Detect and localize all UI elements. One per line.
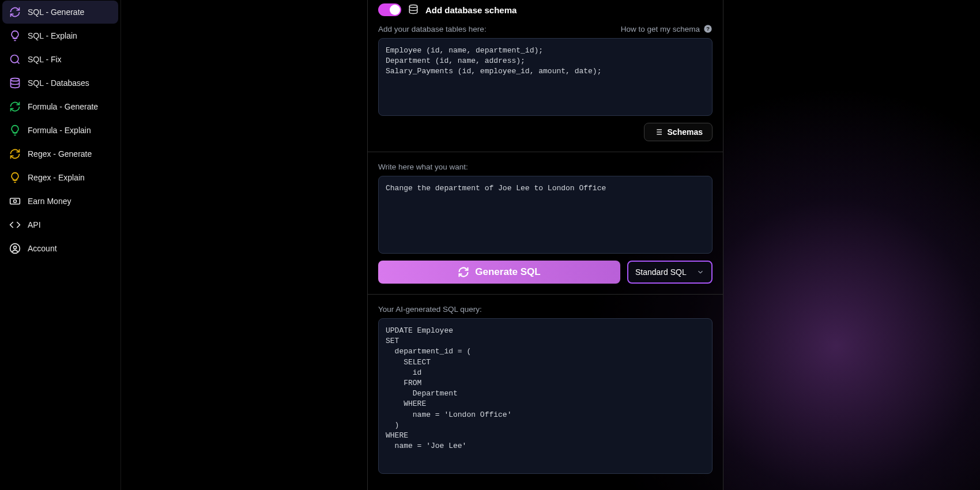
svg-line-1	[17, 62, 20, 64]
tables-label: Add your database tables here:	[378, 25, 487, 33]
output-box[interactable]: UPDATE Employee SET department_id = ( SE…	[378, 318, 713, 474]
list-icon	[654, 127, 663, 137]
schemas-button[interactable]: Schemas	[644, 123, 713, 141]
sidebar-item-label: SQL - Explain	[28, 31, 77, 40]
sidebar-item-formula-explain[interactable]: Formula - Explain	[2, 119, 118, 142]
output-label: Your AI-generated SQL query:	[378, 305, 482, 314]
action-row: Generate SQL Standard SQL	[368, 254, 723, 294]
sidebar-item-sql-generate[interactable]: SQL - Generate	[2, 1, 118, 24]
generate-button[interactable]: Generate SQL	[378, 261, 620, 284]
sidebar-item-label: Regex - Explain	[28, 173, 85, 182]
sidebar-item-account[interactable]: Account	[2, 237, 118, 260]
schema-textarea[interactable]: Employee (id, name, department_id); Depa…	[378, 38, 713, 116]
sidebar-item-label: Formula - Explain	[28, 126, 91, 135]
dialect-select[interactable]: Standard SQL	[627, 261, 713, 284]
refresh-icon	[458, 266, 469, 278]
svg-point-6	[14, 246, 17, 249]
svg-point-4	[14, 200, 17, 203]
sidebar-item-label: SQL - Generate	[28, 7, 84, 17]
prompt-label: Write here what you want:	[378, 163, 468, 171]
chevron-down-icon	[696, 268, 704, 276]
sidebar-item-label: Regex - Generate	[28, 149, 92, 159]
sidebar: SQL - GenerateSQL - ExplainSQL - FixSQL …	[0, 0, 121, 490]
svg-point-7	[409, 5, 417, 7]
schema-label-row: Add your database tables here: How to ge…	[368, 24, 723, 38]
sidebar-item-sql-databases[interactable]: SQL - Databases	[2, 71, 118, 95]
sidebar-item-sql-explain[interactable]: SQL - Explain	[2, 24, 118, 47]
refresh-icon	[9, 148, 21, 160]
svg-rect-3	[10, 198, 20, 204]
search-icon	[9, 54, 21, 65]
svg-point-2	[11, 78, 20, 81]
sidebar-item-label: SQL - Databases	[28, 78, 89, 88]
sidebar-item-label: Formula - Generate	[28, 102, 98, 111]
user-icon	[9, 243, 21, 254]
refresh-icon	[9, 101, 21, 112]
output-label-row: Your AI-generated SQL query:	[368, 305, 723, 318]
sidebar-item-label: SQL - Fix	[28, 55, 62, 64]
svg-text:?: ?	[706, 26, 710, 32]
schemas-button-label: Schemas	[668, 127, 703, 137]
sidebar-item-regex-generate[interactable]: Regex - Generate	[2, 142, 118, 165]
code-icon	[9, 219, 21, 231]
schema-toggle[interactable]	[378, 3, 401, 16]
sidebar-item-earn-money[interactable]: Earn Money	[2, 190, 118, 213]
prompt-label-row: Write here what you want:	[368, 163, 723, 176]
schema-toggle-label: Add database schema	[425, 5, 517, 15]
prompt-textarea[interactable]: Change the department of Joe Lee to Lond…	[378, 176, 713, 254]
refresh-icon	[9, 6, 21, 18]
money-icon	[9, 195, 21, 207]
help-icon: ?	[703, 24, 713, 33]
schema-header: Add database schema	[368, 0, 723, 24]
sidebar-item-formula-generate[interactable]: Formula - Generate	[2, 95, 118, 118]
sidebar-item-label: Earn Money	[28, 197, 71, 206]
sidebar-item-sql-fix[interactable]: SQL - Fix	[2, 48, 118, 71]
sidebar-item-api[interactable]: API	[2, 213, 118, 236]
schemas-row: Schemas	[368, 116, 723, 152]
main-panel: Add database schema Add your database ta…	[367, 0, 723, 490]
sidebar-item-regex-explain[interactable]: Regex - Explain	[2, 166, 118, 189]
svg-point-0	[11, 55, 18, 63]
schema-help-text: How to get my schema	[621, 25, 700, 33]
schema-help-link[interactable]: How to get my schema ?	[621, 24, 713, 33]
database-icon	[9, 77, 21, 89]
sidebar-item-label: API	[28, 220, 41, 229]
bulb-icon	[9, 172, 21, 183]
bulb-icon	[9, 30, 21, 42]
bulb-icon	[9, 125, 21, 136]
dialect-value: Standard SQL	[635, 267, 687, 277]
sidebar-item-label: Account	[28, 244, 57, 253]
database-icon	[408, 4, 419, 16]
generate-button-label: Generate SQL	[475, 266, 540, 278]
